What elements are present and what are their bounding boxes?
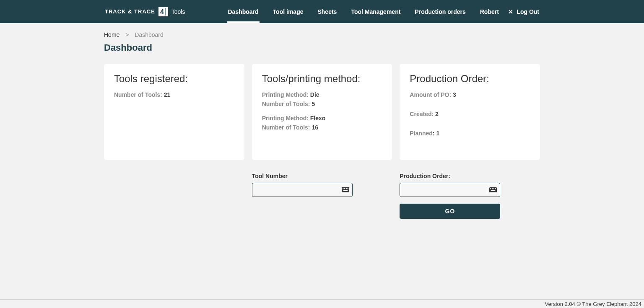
label-planned: Planned (410, 130, 432, 137)
logo-text-left: TRACK & TRACE (105, 8, 155, 15)
svg-rect-4 (347, 188, 348, 189)
breadcrumb-home[interactable]: Home (104, 31, 119, 38)
logo-text-right: Tools (171, 8, 185, 15)
value-num-tools: 21 (164, 91, 171, 98)
go-button[interactable]: GO (400, 204, 500, 219)
nav-dashboard[interactable]: Dashboard (227, 0, 259, 23)
value-num-tools: 5 (312, 101, 315, 107)
dashboard-cards: Tools registered: Number of Tools: 21 To… (104, 64, 540, 160)
production-order-column: Production Order: GO (400, 173, 540, 219)
card-tools-printing-method: Tools/printing method: Printing Method: … (252, 64, 392, 160)
value-print-method: Flexo (310, 115, 326, 122)
breadcrumb-sep: > (125, 31, 129, 38)
value-created: 2 (435, 111, 439, 117)
svg-rect-9 (493, 188, 494, 189)
label-created: Created: (410, 111, 435, 117)
top-bar: TRACK & TRACE 4 Tools Dashboard Tool ima… (0, 0, 644, 23)
svg-rect-7 (491, 188, 491, 189)
svg-rect-6 (489, 187, 497, 192)
value-planned: 1 (436, 130, 439, 137)
value-print-method: Die (310, 91, 319, 98)
nav-production-orders[interactable]: Production orders (414, 0, 466, 23)
keyboard-icon[interactable] (489, 187, 497, 192)
logout-button[interactable]: ✕ Log Out (508, 8, 539, 15)
page-title: Dashboard (104, 42, 540, 53)
nav-tool-management[interactable]: Tool Management (350, 0, 401, 23)
svg-rect-2 (344, 188, 345, 189)
breadcrumb: Home > Dashboard (104, 31, 540, 38)
label-print-method: Printing Method: (262, 115, 310, 122)
card-title: Tools registered: (114, 73, 234, 85)
nav-user[interactable]: Robert (479, 0, 500, 23)
logo-box: 4 (158, 7, 168, 16)
tool-number-label: Tool Number (252, 173, 392, 179)
nav-sheets[interactable]: Sheets (317, 0, 338, 23)
card-title: Tools/printing method: (262, 73, 382, 85)
label-print-method: Printing Method: (262, 91, 310, 98)
label-num-tools: Number of Tools: (114, 91, 164, 98)
close-icon: ✕ (508, 9, 513, 15)
svg-rect-11 (491, 190, 496, 191)
keyboard-icon[interactable] (342, 187, 349, 192)
app-logo: TRACK & TRACE 4 Tools (105, 7, 185, 16)
label-num-tools: Number of Tools: (262, 101, 312, 107)
logout-label: Log Out (517, 8, 539, 15)
card-tools-registered: Tools registered: Number of Tools: 21 (104, 64, 244, 160)
svg-rect-1 (343, 188, 343, 189)
breadcrumb-current: Dashboard (135, 31, 164, 38)
card-production-order: Production Order: Amount of PO: 3 Create… (400, 64, 540, 160)
page-content: Home > Dashboard Dashboard Tools registe… (104, 23, 540, 219)
label-num-tools: Number of Tools: (262, 124, 312, 131)
search-inputs-row: Tool Number Production Order: GO (104, 173, 540, 219)
svg-rect-0 (342, 187, 349, 192)
tool-number-column: Tool Number (252, 173, 392, 219)
production-order-input[interactable] (400, 183, 500, 197)
svg-rect-5 (343, 190, 348, 191)
label-amount-po: Amount of PO: (410, 91, 453, 98)
nav-tool-image[interactable]: Tool image (272, 0, 304, 23)
main-nav: Dashboard Tool image Sheets Tool Managem… (227, 0, 499, 23)
svg-rect-10 (495, 188, 496, 189)
card-title: Production Order: (410, 73, 530, 85)
footer-version: Version 2.04 © The Grey Elephant 2024 (0, 299, 644, 308)
value-amount-po: 3 (453, 91, 456, 98)
svg-rect-3 (345, 188, 346, 189)
value-num-tools: 16 (312, 124, 318, 131)
svg-rect-8 (492, 188, 493, 189)
tool-number-input[interactable] (252, 183, 353, 197)
production-order-label: Production Order: (400, 173, 540, 179)
